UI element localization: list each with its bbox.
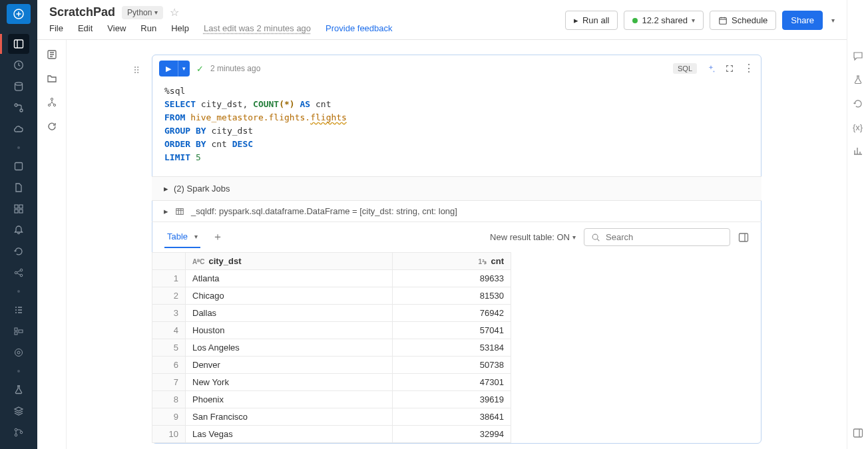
svg-point-3 xyxy=(15,82,23,85)
table-row[interactable]: 5Los Angeles53184 xyxy=(152,339,511,357)
table-row[interactable]: 4Houston57041 xyxy=(152,322,511,339)
cell-more-menu[interactable]: ⋮ xyxy=(744,65,754,72)
run-cell-menu[interactable]: ▾ xyxy=(178,61,190,76)
table-row[interactable]: 1Atlanta89633 xyxy=(152,270,511,287)
spark-jobs-row[interactable]: ▸ (2) Spark Jobs xyxy=(152,176,761,201)
table-row[interactable]: 2Chicago81530 xyxy=(152,287,511,305)
nav-workspace[interactable] xyxy=(8,34,29,54)
row-number: 7 xyxy=(152,374,186,391)
cluster-selector[interactable]: 12.2 shared ▾ xyxy=(624,11,704,30)
file-icon xyxy=(13,182,24,193)
table-row[interactable]: 6Denver50738 xyxy=(152,357,511,374)
dataframe-schema-row[interactable]: ▸ _sqldf: pyspark.sql.dataframe.DataFram… xyxy=(152,201,761,222)
table-row[interactable]: 10Las Vegas32994 xyxy=(152,426,511,443)
schedule-button[interactable]: Schedule xyxy=(710,11,776,30)
table-row[interactable]: 7New York47301 xyxy=(152,374,511,391)
svg-point-25 xyxy=(51,98,53,100)
menu-help[interactable]: Help xyxy=(171,23,189,33)
menu-edit[interactable]: Edit xyxy=(78,23,93,33)
svg-rect-15 xyxy=(15,332,17,335)
variables-icon[interactable]: {x} xyxy=(853,122,863,132)
nav-recents[interactable] xyxy=(8,55,29,75)
more-menu[interactable]: ▾ xyxy=(831,17,835,24)
cell-language-badge[interactable]: SQL xyxy=(673,63,697,74)
sparkle-icon[interactable] xyxy=(706,64,716,73)
cell-cnt: 57041 xyxy=(393,322,511,339)
menu-file[interactable]: File xyxy=(49,23,63,33)
cell-city: Los Angeles xyxy=(186,339,393,357)
nav-item-g[interactable] xyxy=(8,343,29,363)
table-icon xyxy=(175,207,184,216)
table-row[interactable]: 3Dallas76942 xyxy=(152,305,511,322)
share-button[interactable]: Share xyxy=(782,11,823,30)
column-header-cnt[interactable]: 1²₃cnt xyxy=(393,253,511,270)
history-icon[interactable] xyxy=(853,98,863,109)
result-table-toggle[interactable]: New result table: ON ▾ xyxy=(490,232,576,242)
svg-rect-16 xyxy=(19,330,23,333)
nav-history[interactable] xyxy=(8,241,29,261)
new-button[interactable] xyxy=(7,4,31,24)
folder-icon[interactable] xyxy=(47,73,57,84)
nav-compute[interactable] xyxy=(8,119,29,139)
chevron-right-icon: ▸ xyxy=(164,184,168,194)
table-row[interactable]: 9San Francisco38641 xyxy=(152,408,511,426)
svg-rect-28 xyxy=(176,208,184,214)
nav-data[interactable] xyxy=(8,76,29,96)
tab-table-label: Table xyxy=(167,231,188,241)
svg-rect-1 xyxy=(15,40,23,48)
nav-experiments[interactable] xyxy=(8,380,29,400)
run-all-label: Run all xyxy=(582,15,609,25)
comment-icon[interactable] xyxy=(853,51,863,61)
result-tabs: Table ▾ ＋ New result table: ON ▾ xyxy=(152,222,761,252)
layers-icon xyxy=(13,406,24,416)
notebook-title[interactable]: ScratchPad xyxy=(49,5,115,19)
nav-workflows[interactable] xyxy=(8,98,29,118)
feedback-link[interactable]: Provide feedback xyxy=(326,23,392,33)
nav-item-h[interactable] xyxy=(8,401,29,421)
language-label: Python xyxy=(127,8,152,17)
svg-point-20 xyxy=(15,434,17,436)
cell-cnt: 39619 xyxy=(393,391,511,408)
nav-item-e[interactable] xyxy=(8,300,29,320)
nav-alerts[interactable] xyxy=(8,220,29,240)
menu-view[interactable]: View xyxy=(107,23,126,33)
favorite-star[interactable]: ☆ xyxy=(170,6,179,19)
run-all-button[interactable]: ▸ Run all xyxy=(565,11,618,30)
database-icon xyxy=(13,81,24,92)
cell-cnt: 76942 xyxy=(393,305,511,322)
refresh-icon[interactable] xyxy=(47,121,57,132)
table-row[interactable]: 8Phoenix39619 xyxy=(152,391,511,408)
nav-separator xyxy=(17,370,20,373)
clock-icon xyxy=(13,60,24,71)
chart-icon[interactable] xyxy=(853,146,863,156)
panel-icon[interactable] xyxy=(853,428,863,438)
column-header-city[interactable]: AᴮCcity_dst xyxy=(186,253,393,270)
result-search[interactable] xyxy=(584,228,730,246)
last-edit-label[interactable]: Last edit was 2 minutes ago xyxy=(204,23,311,33)
cell-drag-handle[interactable]: ⠿ xyxy=(133,65,138,76)
chevron-right-icon: ▸ xyxy=(164,206,168,216)
code-editor[interactable]: %sql SELECT city_dst, COUNT(*) AS cnt FR… xyxy=(152,82,761,176)
outline-icon[interactable] xyxy=(47,49,57,60)
branch-icon xyxy=(13,427,24,438)
flask-icon[interactable] xyxy=(853,75,863,85)
nav-item-b[interactable] xyxy=(8,178,29,198)
nav-item-d[interactable] xyxy=(8,263,29,283)
cell-city: New York xyxy=(186,374,393,391)
language-selector[interactable]: Python ▾ xyxy=(122,6,163,19)
cluster-label: 12.2 shared xyxy=(642,15,688,25)
chevron-down-icon: ▾ xyxy=(692,17,695,24)
nav-item-c[interactable] xyxy=(8,199,29,219)
nav-item-i[interactable] xyxy=(8,422,29,442)
add-result-tab[interactable]: ＋ xyxy=(212,230,223,244)
nav-item-a[interactable] xyxy=(8,156,29,176)
layout-toggle-icon[interactable] xyxy=(738,232,749,243)
tree-icon[interactable] xyxy=(47,97,57,108)
search-input[interactable] xyxy=(606,232,723,242)
tab-table[interactable]: Table ▾ xyxy=(164,226,200,248)
play-icon: ▸ xyxy=(574,15,578,25)
menu-run[interactable]: Run xyxy=(140,23,156,33)
run-cell-button[interactable]: ▶ xyxy=(159,61,178,76)
expand-icon[interactable] xyxy=(725,64,734,73)
nav-item-f[interactable] xyxy=(8,321,29,341)
